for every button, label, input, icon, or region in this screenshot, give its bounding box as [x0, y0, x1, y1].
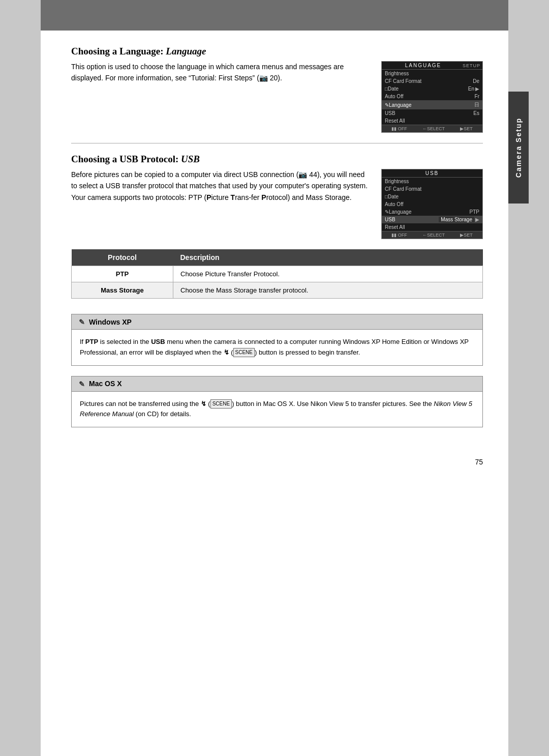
content-area: Camera Setup Choosing a Language: Langua…: [41, 31, 508, 453]
pencil-icon-windows: [79, 317, 85, 326]
usb-section-title: Choosing a USB Protocol: USB: [71, 154, 483, 165]
scene-badge-mac: SCENE: [210, 399, 232, 409]
menu-row-reset: Reset All: [382, 117, 482, 125]
side-tab: Camera Setup: [508, 92, 529, 203]
page-container: Camera Setup Choosing a Language: Langua…: [41, 0, 508, 756]
note-title-windows: Windows XP: [89, 318, 132, 326]
table-cell-massstorage: Mass Storage: [72, 282, 173, 299]
menu-row-autooff: Auto Off Fr: [382, 93, 482, 100]
usb-menu-row-language: ✎Language PTP: [382, 208, 482, 216]
table-cell-ptp: PTP: [72, 266, 173, 282]
note-header-mac: Mac OS X: [72, 376, 482, 392]
table-cell-ptp-desc: Choose Picture Transfer Protocol.: [173, 266, 483, 282]
menu-header-usb: USB: [382, 169, 482, 178]
language-section-text: This option is used to choose the langua…: [71, 61, 369, 84]
top-bar: [41, 0, 508, 31]
usb-menu-row-reset: Reset All: [382, 223, 482, 231]
note-header-windows: Windows XP: [72, 314, 482, 330]
note-mac-osx: Mac OS X Pictures can not be transferred…: [71, 376, 483, 428]
usb-menu-row-cf: CF Card Format: [382, 185, 482, 193]
language-menu-screenshot: LANGUAGE SETUP Brightness CF Card Format…: [381, 61, 483, 133]
scene-badge-windows: SCENE: [233, 348, 255, 357]
usb-section-text: Before pictures can be copied to a compu…: [71, 169, 369, 203]
usb-section: Choosing a USB Protocol: USB Before pict…: [71, 154, 483, 239]
menu-row-cf: CF Card Format De: [382, 77, 482, 85]
pencil-icon-mac: [79, 380, 85, 388]
note-body-windows: If PTP is selected in the USB menu when …: [72, 330, 482, 365]
table-header-protocol: Protocol: [72, 249, 173, 266]
menu-row-brightness: Brightness: [382, 70, 482, 77]
language-section-content: This option is used to choose the langua…: [71, 61, 483, 133]
divider-1: [71, 143, 483, 143]
page-number: 75: [41, 453, 508, 471]
side-tab-label: Camera Setup: [514, 118, 523, 178]
table-row: Mass Storage Choose the Mass Storage tra…: [72, 282, 483, 299]
menu-footer-usb: ▮▮ OFF ←SELECT ▶SET: [382, 231, 482, 239]
menu-row-language: ✎Language 日: [382, 100, 482, 109]
note-windows-xp: Windows XP If PTP is selected in the USB…: [71, 314, 483, 366]
usb-menu-row-date: □Date: [382, 193, 482, 200]
note-title-mac: Mac OS X: [89, 380, 122, 388]
table-row: PTP Choose Picture Transfer Protocol.: [72, 266, 483, 282]
usb-section-content: Before pictures can be copied to a compu…: [71, 169, 483, 239]
usb-menu-row-usb: USB Mass Storage ▶: [382, 216, 482, 223]
menu-footer-language: ▮▮ OFF ←SELECT ▶SET: [382, 125, 482, 132]
protocol-table: Protocol Description PTP Choose Picture …: [71, 249, 483, 299]
menu-row-date: □Date En ▶: [382, 85, 482, 93]
menu-row-usb: USB Es: [382, 109, 482, 117]
language-section-title: Choosing a Language: Language: [71, 46, 483, 57]
note-body-mac: Pictures can not be transferred using th…: [72, 392, 482, 427]
usb-menu-screenshot: USB Brightness CF Card Format □Date Auto…: [381, 169, 483, 239]
menu-header-language: LANGUAGE SETUP: [382, 62, 482, 70]
table-header-description: Description: [173, 249, 483, 266]
table-cell-massstorage-desc: Choose the Mass Storage transfer protoco…: [173, 282, 483, 299]
usb-menu-row-brightness: Brightness: [382, 178, 482, 185]
usb-menu-row-autooff: Auto Off: [382, 200, 482, 208]
